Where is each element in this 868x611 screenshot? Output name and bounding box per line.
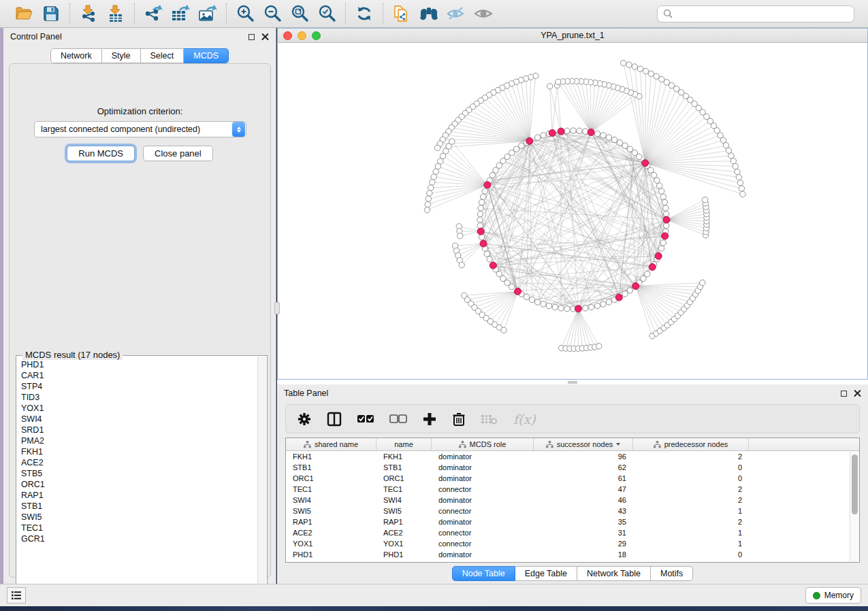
column-header-predecessor-nodes[interactable]: predecessor nodes <box>633 438 749 450</box>
ring-node[interactable] <box>479 199 484 205</box>
result-node-item[interactable]: SRD1 <box>21 425 257 435</box>
show-columns-icon[interactable] <box>327 412 342 427</box>
tab-select[interactable]: Select <box>141 48 184 63</box>
ring-node[interactable] <box>654 178 660 183</box>
leaf-node[interactable] <box>435 163 440 169</box>
refresh-view-icon[interactable] <box>353 3 376 24</box>
result-node-item[interactable]: ACE2 <box>21 457 257 468</box>
close-panel-icon[interactable] <box>854 390 861 397</box>
leaf-node[interactable] <box>428 185 434 191</box>
ring-node[interactable] <box>546 303 551 308</box>
mcds-hub-node[interactable] <box>526 137 533 144</box>
ring-node[interactable] <box>509 150 515 155</box>
result-node-item[interactable]: STP4 <box>21 381 257 392</box>
table-row[interactable]: TEC1TEC1connector472 <box>286 484 859 495</box>
select-all-rows-icon[interactable] <box>357 414 374 425</box>
deselect-all-rows-icon[interactable] <box>389 414 407 425</box>
search-field[interactable] <box>657 5 854 22</box>
ring-node[interactable] <box>651 172 656 178</box>
tab-edge-table[interactable]: Edge Table <box>515 566 577 581</box>
table-row[interactable]: STB1STB1dominator620 <box>286 462 859 473</box>
leaf-node[interactable] <box>637 66 643 71</box>
ring-node[interactable] <box>594 131 600 136</box>
ring-node[interactable] <box>534 135 540 140</box>
ring-node[interactable] <box>656 183 662 188</box>
ring-node[interactable] <box>637 154 642 159</box>
ring-node[interactable] <box>477 222 483 228</box>
leaf-node[interactable] <box>669 82 674 88</box>
table-row[interactable]: SWI4SWI4dominator462 <box>286 495 859 506</box>
table-settings-gear-icon[interactable] <box>297 412 312 427</box>
leaf-node[interactable] <box>739 186 744 191</box>
ring-node[interactable] <box>664 211 669 216</box>
leaf-node[interactable] <box>736 174 741 180</box>
import-table-icon[interactable] <box>104 3 127 24</box>
add-column-icon[interactable] <box>422 412 437 427</box>
mcds-hub-node[interactable] <box>575 306 581 312</box>
ring-node[interactable] <box>482 188 487 194</box>
export-network-icon[interactable] <box>142 3 165 24</box>
open-file-icon[interactable] <box>12 3 35 24</box>
duplicate-network-icon[interactable] <box>390 3 413 24</box>
ring-node[interactable] <box>662 199 667 205</box>
ring-node[interactable] <box>600 301 606 307</box>
leaf-node[interactable] <box>737 180 743 186</box>
run-mcds-button[interactable]: Run MCDS <box>67 146 135 161</box>
column-header-name[interactable]: name <box>376 438 432 450</box>
tab-network-table[interactable]: Network Table <box>577 566 651 581</box>
table-row[interactable]: ACE2ACE2connector311 <box>286 527 859 538</box>
leaf-node[interactable] <box>674 86 679 91</box>
ring-node[interactable] <box>529 297 534 302</box>
ring-node[interactable] <box>519 143 524 148</box>
ring-node[interactable] <box>570 128 576 133</box>
mcds-hub-node[interactable] <box>663 216 670 223</box>
leaf-node[interactable] <box>735 169 740 174</box>
ring-node[interactable] <box>660 240 666 246</box>
ring-node[interactable] <box>645 271 650 277</box>
mcds-hub-node[interactable] <box>615 294 622 301</box>
search-network-icon[interactable] <box>417 3 440 24</box>
ring-node[interactable] <box>663 205 669 211</box>
leaf-node[interactable] <box>654 73 659 79</box>
leaf-node[interactable] <box>425 196 431 201</box>
ring-node[interactable] <box>583 306 588 311</box>
table-row[interactable]: ORC1ORC1dominator610 <box>286 473 859 484</box>
mcds-hub-node[interactable] <box>662 233 669 240</box>
ring-node[interactable] <box>504 280 510 285</box>
column-header-shared-name[interactable]: shared name <box>286 438 376 450</box>
close-panel-button[interactable]: Close panel <box>143 146 213 161</box>
leaf-node[interactable] <box>547 84 553 89</box>
ring-node[interactable] <box>541 301 546 307</box>
ring-node[interactable] <box>564 306 570 312</box>
column-header-successor-nodes[interactable]: successor nodes <box>534 438 633 450</box>
result-node-item[interactable]: RAP1 <box>21 490 257 501</box>
mcds-hub-node[interactable] <box>649 263 656 270</box>
mcds-hub-node[interactable] <box>489 262 496 269</box>
mcds-hub-node[interactable] <box>515 288 521 295</box>
result-node-item[interactable]: GCR1 <box>21 533 257 544</box>
ring-node[interactable] <box>617 139 622 145</box>
mcds-hub-node[interactable] <box>549 129 556 136</box>
ring-node[interactable] <box>477 217 483 222</box>
task-history-button[interactable] <box>7 587 26 604</box>
ring-node[interactable] <box>659 188 664 194</box>
leaf-node[interactable] <box>434 145 440 150</box>
leaf-node[interactable] <box>433 169 438 174</box>
result-node-item[interactable]: FKH1 <box>21 446 257 457</box>
leaf-node[interactable] <box>659 76 664 82</box>
result-node-item[interactable]: STB1 <box>21 501 257 512</box>
mcds-result-list[interactable]: PHD1CAR1STP4TID3YOX1SWI4SRD1PMA2FKH1ACE2… <box>17 357 257 604</box>
result-node-item[interactable]: SWI4 <box>21 414 257 425</box>
ring-node[interactable] <box>509 284 515 289</box>
ring-node[interactable] <box>600 133 606 138</box>
leaf-node[interactable] <box>596 344 602 349</box>
ring-node[interactable] <box>627 146 632 152</box>
leaf-node[interactable] <box>648 71 654 76</box>
leaf-node[interactable] <box>427 191 432 196</box>
network-window-titlebar[interactable]: YPA_prune.txt_1 <box>278 29 867 43</box>
mcds-hub-node[interactable] <box>588 129 594 135</box>
table-scrollbar[interactable] <box>850 452 859 562</box>
leaf-node[interactable] <box>501 327 507 333</box>
column-header-MCDS-role[interactable]: MCDS role <box>432 438 534 450</box>
result-scrollbar[interactable] <box>257 357 266 604</box>
